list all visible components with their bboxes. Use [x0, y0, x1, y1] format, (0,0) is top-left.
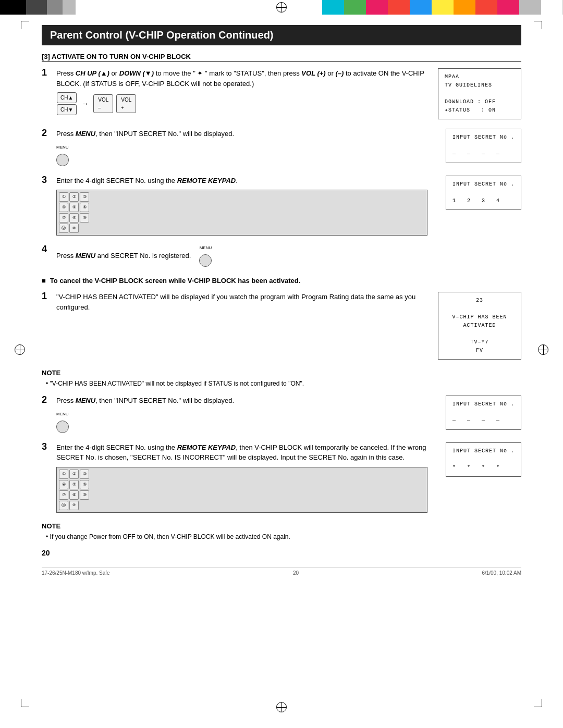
ch-down-button: CH▼: [57, 104, 77, 115]
cancel-step-1-illustration: 23 V–CHIP HAS BEEN ACTIVATED TV–Y7 FV: [427, 292, 521, 360]
cancel-step-2-content: Press MENU, then "INPUT SECRET No." will…: [56, 396, 427, 433]
color-block-lgray: [63, 0, 76, 15]
key-9: ⑨: [80, 213, 89, 223]
footer-left: 17-26/25N-M180 w/Imp. Safe: [42, 570, 110, 576]
crop-mark-br: [534, 699, 542, 707]
step-num-1: 1: [42, 67, 56, 78]
step-4: 4 Press MENU and SECRET No. is registere…: [42, 245, 521, 267]
footer-center: 20: [293, 570, 299, 576]
c3-key-0: ⓪: [59, 501, 68, 510]
c3-key-8: ⑧: [69, 490, 79, 500]
cancel-step-3: 3 Enter the 4-digit SECRET No. using the…: [42, 442, 521, 513]
top-bar-gap: [86, 0, 322, 15]
step-num-3: 3: [42, 175, 56, 186]
c3-key-2: ②: [69, 470, 79, 479]
cancel-step-1: 1 "V-CHIP HAS BEEN ACTIVATED" will be di…: [42, 292, 521, 360]
step-3-keypad: ① ② ③ ④ ⑤ ⑥ ⑦ ⑧ ⑨ ⓪ ⑩: [56, 190, 427, 236]
vol-minus-button-group: VOL–: [93, 94, 114, 114]
color-block-cyan: [322, 0, 344, 15]
color-block-yellow: [432, 0, 454, 15]
screen-3: INPUT SECRET No . 1 2 3 4: [446, 176, 521, 210]
cancel-step-2-illustration: INPUT SECRET No . — — — —: [427, 396, 521, 430]
menu-label-c2: MENU: [56, 411, 69, 417]
note-1-text: "V-CHIP HAS BEEN ACTIVATED" will not be …: [46, 379, 521, 388]
menu-btn-4: [199, 254, 212, 267]
c3-key-3: ③: [80, 470, 89, 479]
step-2-content: Press MENU, then "INPUT SECRET No." will…: [56, 129, 427, 166]
color-block-black: [0, 0, 26, 15]
step-1-content: Press CH UP (▲) or DOWN (▼) to move the …: [56, 68, 427, 116]
note-2-text: If you change Power from OFF to ON, then…: [46, 532, 521, 541]
step-num-4: 4: [42, 244, 56, 255]
color-block-silver: [519, 0, 541, 15]
page-number: 20: [42, 549, 521, 557]
section-heading: [3] ACTIVATE ON TO TURN ON V-CHIP BLOCK: [42, 53, 521, 62]
step-2: 2 Press MENU, then "INPUT SECRET No." wi…: [42, 129, 521, 166]
vol-button: VOL–: [93, 94, 113, 114]
color-block-green: [344, 0, 366, 15]
step-1-illustration: MPAA TV GUIDELINES DOWNLOAD : OFF ✦STATU…: [427, 68, 521, 119]
cancel-step-num-3: 3: [42, 441, 56, 452]
vol-plus-button-group: VOL+: [116, 94, 137, 114]
cancel-step-2-menu: MENU: [56, 411, 427, 433]
reg-mark-right: [538, 344, 548, 355]
color-block-mgray: [47, 0, 63, 15]
cancel-step-3-keypad: ① ② ③ ④ ⑤ ⑥ ⑦ ⑧ ⑨ ⓪ ⑩: [56, 467, 427, 513]
color-block-red: [388, 0, 410, 15]
color-block-orange: [454, 0, 475, 15]
menu-btn-2: [56, 154, 69, 166]
step-1-buttons: CH▲ CH▼ → VOL– VOL+: [56, 92, 427, 116]
color-block-pink: [497, 0, 519, 15]
menu-btn-c2: [56, 421, 69, 433]
key-2: ②: [69, 192, 79, 202]
cancel-step-3-illustration: INPUT SECRET No . * * * *: [427, 442, 521, 477]
color-block-white: [76, 0, 86, 15]
key-1: ①: [59, 192, 68, 202]
cancel-step-3-content: Enter the 4-digit SECRET No. using the R…: [56, 442, 427, 513]
note-1: NOTE "V-CHIP HAS BEEN ACTIVATED" will no…: [42, 369, 521, 388]
menu-label-2: MENU: [56, 144, 69, 151]
crop-mark-tl: [21, 21, 29, 29]
color-block-dgray: [26, 0, 47, 15]
key-7: ⑦: [59, 213, 68, 223]
note-2: NOTE If you change Power from OFF to ON,…: [42, 522, 521, 541]
reg-mark-top: [276, 2, 287, 13]
screen-2: INPUT SECRET No . — — — —: [446, 129, 521, 163]
page-title: Parent Control (V-CHIP Operation Continu…: [42, 25, 521, 45]
screen-c2: INPUT SECRET No . — — — —: [446, 396, 521, 430]
step-3: 3 Enter the 4-digit SECRET No. using the…: [42, 176, 521, 236]
cancel-section-title: To cancel the V-CHIP BLOCK screen while …: [42, 276, 521, 286]
crop-mark-bl: [21, 699, 29, 707]
footer-right: 6/1/00, 10:02 AM: [482, 570, 521, 576]
step-1: 1 Press CH UP (▲) or DOWN (▼) to move th…: [42, 68, 521, 119]
c3-key-4: ④: [59, 480, 68, 489]
c3-key-7: ⑦: [59, 490, 68, 500]
vol-plus-button: VOL+: [116, 94, 136, 114]
key-4: ④: [59, 203, 68, 212]
key-5: ⑤: [69, 203, 79, 212]
step-3-illustration: INPUT SECRET No . 1 2 3 4: [427, 176, 521, 210]
color-block-blue: [410, 0, 432, 15]
arrow-icon: →: [81, 98, 89, 109]
c3-key-10: ⑩: [69, 501, 79, 510]
crop-mark-tr: [534, 21, 542, 29]
c3-key-6: ⑥: [80, 480, 89, 489]
color-block-magenta: [366, 0, 388, 15]
key-0: ⓪: [59, 224, 68, 233]
cancel-step-num-1: 1: [42, 291, 56, 302]
cancel-step-num-2: 2: [42, 394, 56, 405]
keypad-c3: ① ② ③ ④ ⑤ ⑥ ⑦ ⑧ ⑨ ⓪ ⑩: [56, 467, 427, 513]
c3-key-1: ①: [59, 470, 68, 479]
color-block-white2: [541, 0, 563, 15]
step-2-illustration: INPUT SECRET No . — — — —: [427, 129, 521, 163]
cancel-step-2: 2 Press MENU, then "INPUT SECRET No." wi…: [42, 396, 521, 433]
screen-c3: INPUT SECRET No . * * * *: [446, 442, 521, 477]
key-6: ⑥: [80, 203, 89, 212]
key-8: ⑧: [69, 213, 79, 223]
keypad-3: ① ② ③ ④ ⑤ ⑥ ⑦ ⑧ ⑨ ⓪ ⑩: [56, 190, 427, 236]
ch-up-button: CH▲: [57, 92, 77, 103]
footer: 17-26/25N-M180 w/Imp. Safe 20 6/1/00, 10…: [42, 567, 521, 576]
reg-mark-bottom: [276, 702, 287, 712]
key-10: ⑩: [69, 224, 79, 233]
key-3: ③: [80, 192, 89, 202]
